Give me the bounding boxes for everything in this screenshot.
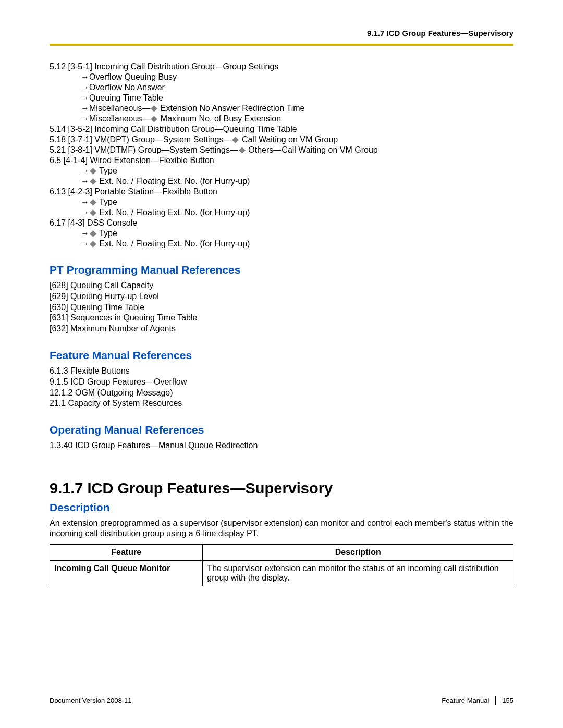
operating-list: 1.3.40 ICD Group Features—Manual Queue R…: [50, 440, 513, 451]
th-description: Description: [203, 544, 513, 560]
reference-line: 5.18 [3-7-1] VM(DPT) Group—System Settin…: [50, 134, 513, 145]
diamond-icon: [90, 178, 96, 185]
reference-line: 6.13 [4-2-3] Portable Station—Flexible B…: [50, 187, 513, 197]
diamond-icon: [90, 209, 96, 216]
pt-list: [628] Queuing Call Capacity[629] Queuing…: [50, 280, 513, 335]
footer-version: Document Version 2008-11: [50, 697, 132, 705]
heading-operating-manual: Operating Manual References: [50, 424, 513, 436]
reference-subline: →Miscellaneous— Extension No Answer Redi…: [50, 103, 513, 114]
top-reference-block: 5.12 [3-5-1] Incoming Call Distribution …: [50, 61, 513, 249]
footer-page-number: 155: [502, 697, 513, 705]
reference-line: 5.21 [3-8-1] VM(DTMF) Group—System Setti…: [50, 145, 513, 155]
footer-separator: [495, 696, 496, 705]
reference-subline: →Queuing Time Table: [50, 93, 513, 103]
list-item: 1.3.40 ICD Group Features—Manual Queue R…: [50, 440, 513, 451]
page-footer: Document Version 2008-11 Feature Manual …: [50, 696, 513, 705]
header-rule: [50, 44, 513, 46]
document-page: 9.1.7 ICD Group Features—Supervisory 5.1…: [0, 0, 563, 728]
list-item: 21.1 Capacity of System Resources: [50, 398, 513, 409]
diamond-icon: [90, 241, 96, 248]
diamond-icon: [151, 105, 158, 112]
reference-subline: → Ext. No. / Floating Ext. No. (for Hurr…: [50, 207, 513, 218]
reference-subline: →Miscellaneous— Maximum No. of Busy Exte…: [50, 114, 513, 124]
feature-description-table: Feature Description Incoming Call Queue …: [50, 544, 513, 586]
table-header-row: Feature Description: [50, 544, 513, 560]
list-item: [630] Queuing Time Table: [50, 302, 513, 313]
reference-line: 5.12 [3-5-1] Incoming Call Distribution …: [50, 61, 513, 72]
list-item: 6.1.3 Flexible Buttons: [50, 366, 513, 377]
reference-subline: →Overflow Queuing Busy: [50, 72, 513, 82]
diamond-icon: [90, 168, 96, 175]
list-item: [629] Queuing Hurry-up Level: [50, 291, 513, 302]
reference-subline: → Type: [50, 228, 513, 239]
diamond-icon: [239, 147, 246, 154]
description-paragraph: An extension preprogrammed as a supervis…: [50, 518, 513, 539]
cell-feature: Incoming Call Queue Monitor: [50, 560, 203, 586]
table-row: Incoming Call Queue MonitorThe superviso…: [50, 560, 513, 586]
reference-line: 6.5 [4-1-4] Wired Extension—Flexible But…: [50, 155, 513, 166]
feature-list: 6.1.3 Flexible Buttons9.1.5 ICD Group Fe…: [50, 366, 513, 409]
reference-line: 6.17 [4-3] DSS Console: [50, 218, 513, 228]
heading-pt-programming: PT Programming Manual References: [50, 264, 513, 276]
reference-subline: → Type: [50, 197, 513, 207]
main-section-heading: 9.1.7 ICD Group Features—Supervisory: [50, 480, 513, 497]
list-item: 9.1.5 ICD Group Features—Overflow: [50, 377, 513, 388]
list-item: [631] Sequences in Queuing Time Table: [50, 313, 513, 324]
list-item: 12.1.2 OGM (Outgoing Message): [50, 388, 513, 399]
list-item: [632] Maximum Number of Agents: [50, 324, 513, 335]
reference-line: 5.14 [3-5-2] Incoming Call Distribution …: [50, 124, 513, 134]
diamond-icon: [90, 230, 96, 237]
reference-subline: →Overflow No Answer: [50, 82, 513, 93]
diamond-icon: [151, 116, 158, 122]
reference-subline: → Ext. No. / Floating Ext. No. (for Hurr…: [50, 176, 513, 187]
diamond-icon: [232, 137, 239, 143]
heading-description: Description: [50, 501, 513, 514]
th-feature: Feature: [50, 544, 203, 560]
list-item: [628] Queuing Call Capacity: [50, 280, 513, 291]
cell-description: The supervisor extension can monitor the…: [203, 560, 513, 586]
heading-feature-manual: Feature Manual References: [50, 349, 513, 362]
footer-right: Feature Manual 155: [442, 696, 513, 705]
diamond-icon: [90, 199, 96, 206]
footer-manual-label: Feature Manual: [442, 697, 489, 705]
running-header: 9.1.7 ICD Group Features—Supervisory: [50, 29, 513, 44]
reference-subline: → Ext. No. / Floating Ext. No. (for Hurr…: [50, 239, 513, 249]
reference-subline: → Type: [50, 166, 513, 176]
